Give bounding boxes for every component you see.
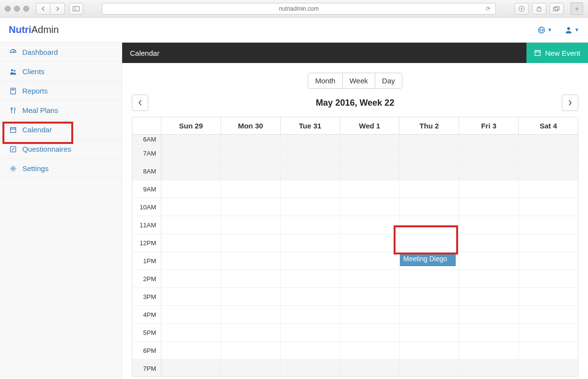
hour-label: 12PM xyxy=(132,234,161,252)
url-text: nutriadmin.com xyxy=(279,5,318,12)
logo-part1: Nutri xyxy=(9,24,32,35)
new-event-button[interactable]: New Event xyxy=(526,43,588,63)
svg-rect-5 xyxy=(555,6,559,10)
time-row[interactable]: 4PM xyxy=(132,306,578,324)
prev-week-button[interactable] xyxy=(132,95,148,111)
time-row[interactable]: 7AM xyxy=(132,144,578,162)
chevron-left-icon xyxy=(138,100,142,106)
svg-point-10 xyxy=(11,69,13,71)
chevron-left-icon xyxy=(41,6,45,11)
calendar-table: Sun 29 Mon 30 Tue 31 Wed 1 Thu 2 Fri 3 S… xyxy=(132,117,578,377)
time-row[interactable]: 11AM xyxy=(132,216,578,234)
view-week[interactable]: Week xyxy=(342,73,375,88)
highlight-sidebar-calendar xyxy=(2,122,73,144)
svg-rect-4 xyxy=(554,7,558,11)
time-row[interactable]: 2PM xyxy=(132,270,578,288)
maximize-window[interactable] xyxy=(23,6,29,12)
hour-label: 3PM xyxy=(132,288,161,305)
globe-icon xyxy=(538,26,545,34)
hour-label: 10AM xyxy=(132,198,161,216)
gear-icon xyxy=(9,165,17,172)
hour-label: 7PM xyxy=(132,360,161,376)
svg-rect-0 xyxy=(73,6,79,11)
nav-buttons xyxy=(36,3,65,15)
new-tab-button[interactable]: + xyxy=(571,2,583,15)
browser-chrome: nutriadmin.com ⟳ + xyxy=(0,0,588,17)
calendar-area: Month Week Day May 2016, Week 22 Sun 29 xyxy=(122,63,588,379)
nav-label: Settings xyxy=(22,164,48,173)
nav-label: Dashboard xyxy=(22,48,58,56)
reports-icon xyxy=(9,88,17,95)
time-row[interactable]: 12PM xyxy=(132,234,578,252)
day-header: Thu 2 xyxy=(399,117,459,134)
sidebar-item-reports[interactable]: Reports xyxy=(0,81,122,101)
hour-label: 1PM xyxy=(132,252,161,269)
reload-icon[interactable]: ⟳ xyxy=(486,5,491,12)
globe-menu[interactable]: ▼ xyxy=(538,26,552,34)
sidebar: Dashboard Clients Reports Meal Plans Cal… xyxy=(0,43,122,379)
hour-label: 11AM xyxy=(132,216,161,234)
minimize-window[interactable] xyxy=(14,6,20,12)
calendar-head: May 2016, Week 22 xyxy=(132,95,578,111)
time-row[interactable]: 5PM xyxy=(132,324,578,342)
url-bar[interactable]: nutriadmin.com ⟳ xyxy=(102,3,496,15)
close-window[interactable] xyxy=(5,6,11,12)
sidebar-toggle-button[interactable] xyxy=(69,3,83,15)
logo[interactable]: NutriAdmin xyxy=(9,24,59,35)
view-month[interactable]: Month xyxy=(308,73,342,88)
next-week-button[interactable] xyxy=(562,95,578,111)
header-right: ▼ ▼ xyxy=(538,26,579,34)
cutlery-icon xyxy=(9,107,17,114)
download-icon xyxy=(519,6,524,12)
time-row[interactable]: 6AM xyxy=(132,135,578,144)
hour-label: 6AM xyxy=(132,135,161,144)
edit-icon xyxy=(9,146,17,153)
view-toggle: Month Week Day xyxy=(132,73,578,89)
time-row[interactable]: 1PM xyxy=(132,252,578,270)
page-bar: Calendar New Event xyxy=(122,43,588,63)
calendar-event[interactable]: Meeting Diego xyxy=(400,253,456,266)
svg-rect-12 xyxy=(11,88,16,94)
day-header: Mon 30 xyxy=(221,117,281,134)
new-event-label: New Event xyxy=(545,49,580,57)
forward-button[interactable] xyxy=(50,3,65,15)
time-row[interactable]: 6PM xyxy=(132,342,578,360)
caret-down-icon: ▼ xyxy=(574,27,579,32)
svg-point-19 xyxy=(12,168,14,170)
sidebar-item-clients[interactable]: Clients xyxy=(0,62,122,81)
day-header: Sat 4 xyxy=(519,117,578,134)
chrome-right-buttons xyxy=(514,3,564,15)
time-row[interactable]: 10AM xyxy=(132,198,578,216)
back-button[interactable] xyxy=(36,3,50,15)
time-row[interactable]: 3PM xyxy=(132,288,578,306)
share-icon xyxy=(536,6,542,12)
hour-label: 4PM xyxy=(132,306,161,323)
tabs-button[interactable] xyxy=(549,3,564,15)
dashboard-icon xyxy=(9,49,17,56)
time-row[interactable]: 8AM xyxy=(132,162,578,180)
hour-label: 7AM xyxy=(132,144,161,162)
caret-down-icon: ▼ xyxy=(547,27,552,32)
calendar-body[interactable]: 6AM 7AM 8AM 9AM xyxy=(132,135,578,376)
calendar-icon xyxy=(534,49,541,56)
day-header: Wed 1 xyxy=(340,117,400,134)
hour-label: 8AM xyxy=(132,162,161,180)
sidebar-item-dashboard[interactable]: Dashboard xyxy=(0,43,122,62)
view-day[interactable]: Day xyxy=(375,73,402,88)
day-header: Tue 31 xyxy=(281,117,340,134)
clients-icon xyxy=(9,68,17,75)
user-icon xyxy=(565,26,572,34)
time-row[interactable]: 9AM xyxy=(132,180,578,198)
svg-point-11 xyxy=(14,70,16,72)
share-button[interactable] xyxy=(532,3,546,15)
app-header: NutriAdmin ▼ ▼ xyxy=(0,17,588,43)
sidebar-item-settings[interactable]: Settings xyxy=(0,159,122,178)
user-menu[interactable]: ▼ xyxy=(565,26,579,34)
app-body: Dashboard Clients Reports Meal Plans Cal… xyxy=(0,43,588,379)
downloads-button[interactable] xyxy=(514,3,529,15)
chevron-right-icon xyxy=(56,6,60,11)
hour-label: 6PM xyxy=(132,342,161,359)
time-row[interactable]: 7PM xyxy=(132,360,578,376)
time-col-header xyxy=(132,117,161,134)
sidebar-item-meal-plans[interactable]: Meal Plans xyxy=(0,101,122,120)
